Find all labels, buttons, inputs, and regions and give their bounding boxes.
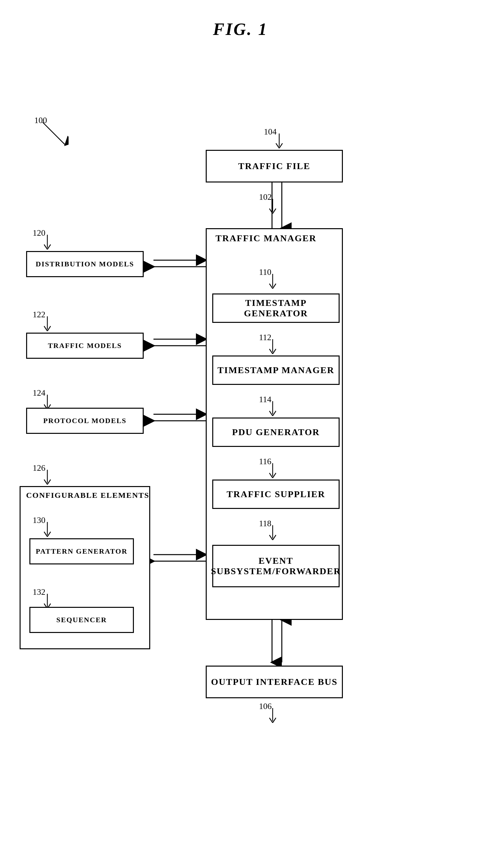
- svg-line-24: [279, 143, 282, 148]
- traffic-supplier-box: TRAFFIC SUPPLIER: [212, 479, 340, 509]
- distribution-models-box: DISTRIBUTION MODELS: [26, 251, 144, 277]
- svg-line-26: [269, 209, 273, 214]
- traffic-manager-label: TRAFFIC MANAGER: [215, 233, 317, 244]
- svg-line-50: [44, 326, 47, 331]
- traffic-models-box: TRAFFIC MODELS: [26, 333, 144, 359]
- svg-line-47: [44, 245, 47, 249]
- svg-line-39: [273, 473, 276, 478]
- svg-line-32: [269, 349, 273, 354]
- svg-line-23: [276, 143, 279, 148]
- svg-line-45: [273, 718, 276, 723]
- timestamp-generator-box: TIMESTAMP GENERATOR: [212, 293, 340, 323]
- svg-line-57: [47, 479, 51, 485]
- svg-line-30: [273, 284, 276, 288]
- svg-line-27: [273, 209, 276, 214]
- svg-line-35: [269, 411, 273, 416]
- svg-line-44: [269, 718, 273, 723]
- svg-line-33: [273, 349, 276, 354]
- svg-line-59: [44, 532, 47, 537]
- output-interface-bus-box: OUTPUT INTERFACE BUS: [206, 665, 343, 698]
- svg-line-48: [47, 245, 51, 249]
- svg-line-60: [47, 532, 51, 537]
- sequencer-box: SEQUENCER: [29, 607, 134, 633]
- pattern-generator-box: PATTERN GENERATOR: [29, 538, 134, 564]
- configurable-elements-label: CONFIGURABLE ELEMENTS: [26, 491, 149, 500]
- pdu-generator-box: PDU GENERATOR: [212, 417, 340, 447]
- traffic-file-box: TRAFFIC FILE: [206, 150, 343, 183]
- svg-line-36: [273, 411, 276, 416]
- page-title: FIG. 1: [0, 0, 481, 52]
- svg-line-29: [269, 284, 273, 288]
- svg-line-51: [47, 326, 51, 331]
- svg-line-56: [44, 479, 47, 485]
- protocol-models-box: PROTOCOL MODELS: [26, 408, 144, 434]
- svg-line-42: [273, 535, 276, 540]
- svg-line-38: [269, 473, 273, 478]
- timestamp-manager-box: TIMESTAMP MANAGER: [212, 355, 340, 385]
- event-subsystem-box: EVENT SUBSYSTEM/FORWARDER: [212, 545, 340, 587]
- svg-line-41: [269, 535, 273, 540]
- svg-line-21: [42, 122, 65, 145]
